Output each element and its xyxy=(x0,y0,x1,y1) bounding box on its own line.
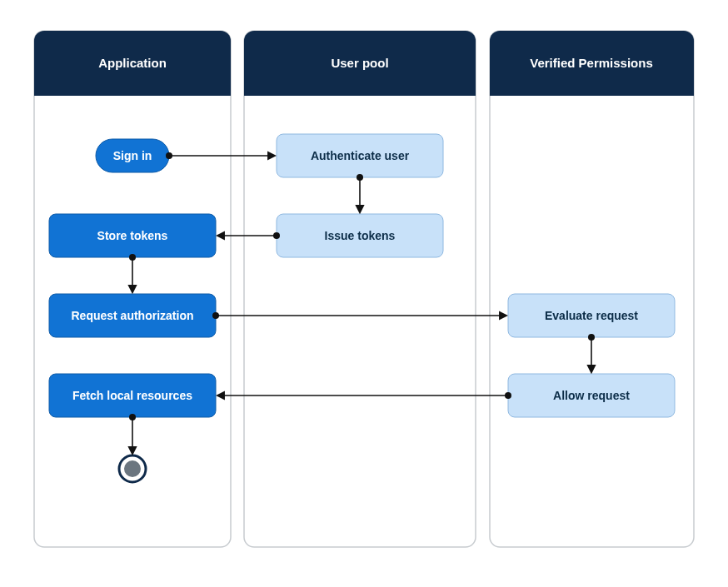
node-store-tokens-label: Store tokens xyxy=(97,229,168,242)
node-allow-request-label: Allow request xyxy=(553,389,630,402)
node-authenticate-user: Authenticate user xyxy=(277,134,443,177)
node-request-authorization-label: Request authorization xyxy=(71,309,193,322)
lane-header-user-pool: User pool xyxy=(331,56,388,70)
lane-header-application: Application xyxy=(98,56,167,70)
swimlane-diagram: Application User pool Verified Permissio… xyxy=(0,0,728,587)
node-issue-tokens-label: Issue tokens xyxy=(325,229,396,242)
node-fetch-local-resources: Fetch local resources xyxy=(49,374,216,417)
node-sign-in-label: Sign in xyxy=(113,149,152,162)
node-allow-request: Allow request xyxy=(508,374,675,417)
lane-header-verified-permissions: Verified Permissions xyxy=(530,56,653,70)
svg-rect-1 xyxy=(244,31,476,547)
svg-point-12 xyxy=(124,460,141,477)
node-authenticate-user-label: Authenticate user xyxy=(311,149,410,162)
node-sign-in: Sign in xyxy=(96,139,169,172)
node-issue-tokens: Issue tokens xyxy=(277,214,443,257)
svg-rect-2 xyxy=(490,31,694,547)
node-evaluate-request: Evaluate request xyxy=(508,294,675,337)
node-evaluate-request-label: Evaluate request xyxy=(545,309,638,322)
node-store-tokens: Store tokens xyxy=(49,214,216,257)
node-fetch-local-resources-label: Fetch local resources xyxy=(72,389,192,402)
node-request-authorization: Request authorization xyxy=(49,294,216,337)
lane-verified-permissions: Verified Permissions xyxy=(490,31,694,547)
lane-user-pool: User pool xyxy=(244,31,476,547)
